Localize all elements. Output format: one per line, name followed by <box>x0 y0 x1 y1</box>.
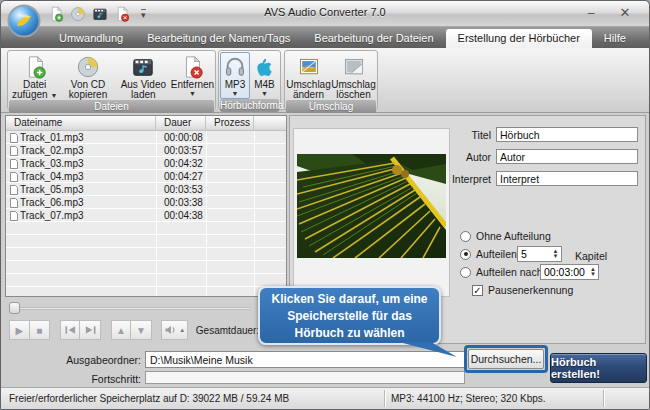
remove-file-icon <box>180 54 204 79</box>
cover-image <box>297 154 446 258</box>
table-row[interactable]: Track_01.mp3 00:00:08 <box>6 131 286 144</box>
spinner-down-icon: ▼ <box>550 254 561 259</box>
next-icon <box>84 325 97 335</box>
tab-erstellung-hoerbuecher[interactable]: Erstellung der Hörbücher <box>446 29 592 48</box>
file-name: Track_05.mp3 <box>20 184 156 195</box>
tooltip-line: Speicherstelle für das <box>260 308 439 325</box>
previous-track-button[interactable] <box>60 320 81 340</box>
format-m4b-button[interactable]: M4B ▼ <box>250 52 279 99</box>
file-name: Track_07.mp3 <box>20 210 156 221</box>
chapters-spinner[interactable]: 5 ▲▼ <box>517 246 562 262</box>
ribbon: Datei zufügen ▼ Von CD kopieren Aus Vide… <box>1 48 649 113</box>
remove-button[interactable]: Entfernen ▼ <box>171 52 214 100</box>
tooltip-callout: Klicken Sie darauf, um eine Speicherstel… <box>258 286 441 345</box>
table-row[interactable]: Track_06.mp3 00:03:38 <box>6 196 286 209</box>
app-logo-icon <box>7 4 41 38</box>
pause-detection-label: Pausenerkennung <box>488 284 573 296</box>
table-row[interactable]: Track_03.mp3 00:04:32 <box>6 157 286 170</box>
file-name: Track_06.mp3 <box>20 197 156 208</box>
spinner-arrows[interactable]: ▲▼ <box>588 265 598 279</box>
rip-cd-button[interactable]: Von CD kopieren <box>60 52 115 100</box>
cd-icon <box>76 54 100 79</box>
artist-field[interactable]: Interpret <box>496 171 638 186</box>
column-header-empty <box>254 116 286 130</box>
previous-icon <box>64 325 77 335</box>
author-field[interactable]: Autor <box>496 149 638 164</box>
tooltip-line: Hörbuch zu wählen <box>260 325 439 342</box>
move-up-button[interactable]: ▲ <box>111 320 132 340</box>
chapters-unit-label: Kapitel <box>575 250 607 262</box>
title-bar: ▾ AVS Audio Converter 7.0 – ✕ <box>1 1 649 27</box>
spinner-arrows[interactable]: ▲▼ <box>550 247 561 261</box>
format-mp3-button[interactable]: MP3 ▼ <box>220 52 250 99</box>
time-spinner[interactable]: 00:03:00 ▲▼ <box>540 264 599 280</box>
tab-hilfe[interactable]: Hilfe <box>592 29 638 48</box>
status-separator <box>384 390 385 407</box>
volume-popup-arrow-icon: ▲ <box>179 327 185 333</box>
file-duration: 00:04:27 <box>156 171 214 182</box>
status-bar: Freier/erforderlicher Speicherplatz auf … <box>1 387 649 409</box>
file-duration: 00:03:57 <box>156 145 214 156</box>
file-duration: 00:03:38 <box>156 197 214 208</box>
tab-bearbeitung-dateien[interactable]: Bearbeitung der Dateien <box>302 29 445 48</box>
picture-icon <box>298 54 320 79</box>
file-icon <box>6 172 20 182</box>
file-name: Track_03.mp3 <box>20 158 156 169</box>
group-dateien: Datei zufügen ▼ Von CD kopieren Aus Vide… <box>7 50 216 110</box>
picture-gray-icon <box>343 54 365 79</box>
window-title: AVS Audio Converter 7.0 <box>1 6 649 18</box>
table-row[interactable]: Track_07.mp3 00:04:38 <box>6 209 286 222</box>
file-icon <box>6 211 20 221</box>
radio-no-split[interactable]: Ohne Aufteilung <box>460 230 551 242</box>
file-duration: 00:04:38 <box>156 210 214 221</box>
column-header-prozess[interactable]: Prozess <box>206 116 254 130</box>
file-icon <box>6 146 20 156</box>
status-format-info: MP3: 44100 Hz; Stereo; 320 Kbps. <box>391 393 546 404</box>
table-row[interactable]: Track_04.mp3 00:04:27 <box>6 170 286 183</box>
progress-bar <box>145 371 465 384</box>
add-file-button[interactable]: Datei zufügen ▼ <box>9 52 60 100</box>
pause-detection-checkbox[interactable]: ✓ Pausenerkennung <box>472 284 573 296</box>
browse-button[interactable]: Durchsuchen... <box>468 349 544 369</box>
group-label-umschlag: Umschlag <box>286 100 376 113</box>
group-label-hoerbuchformate: Hörbuchformate <box>220 99 279 112</box>
load-video-button[interactable]: Aus Video laden <box>116 52 171 100</box>
tab-bearbeitung-namen-tags[interactable]: Bearbeitung der Namen/Tags <box>135 29 302 48</box>
change-cover-button[interactable]: Umschlag ändern <box>286 52 331 100</box>
play-button[interactable]: ▶ <box>9 320 30 340</box>
seek-bar: 00:00 <box>5 301 287 315</box>
close-button[interactable]: ✕ <box>613 4 637 22</box>
minimize-button[interactable]: – <box>579 4 603 22</box>
delete-cover-button[interactable]: Umschlag löschen <box>331 52 376 100</box>
file-duration: 00:04:32 <box>156 158 214 169</box>
group-umschlag: Umschlag ändern Umschlag löschen Umschla… <box>284 50 378 110</box>
seek-track[interactable] <box>11 307 251 310</box>
table-row[interactable]: Track_02.mp3 00:03:57 <box>6 144 286 157</box>
chevron-down-icon: ▼ <box>261 90 268 98</box>
file-duration: 00:03:53 <box>156 184 214 195</box>
next-track-button[interactable] <box>80 320 100 340</box>
create-audiobook-button[interactable]: Hörbuch erstellen! <box>550 353 647 383</box>
tab-umwandlung[interactable]: Umwandlung <box>47 29 135 48</box>
checkbox-checked-icon: ✓ <box>472 285 483 296</box>
ribbon-tab-bar: Umwandlung Bearbeitung der Namen/Tags Be… <box>1 27 649 48</box>
chevron-down-icon: ▼ <box>50 92 57 99</box>
total-duration-label: Gesamtdauer: <box>196 325 259 336</box>
column-header-dateiname[interactable]: Dateiname <box>6 116 156 130</box>
radio-no-split-label: Ohne Aufteilung <box>476 230 551 242</box>
file-name: Track_04.mp3 <box>20 171 156 182</box>
status-disk-space: Freier/erforderlicher Speicherplatz auf … <box>9 393 289 404</box>
chapters-value: 5 <box>518 247 550 261</box>
time-value: 00:03:00 <box>541 265 588 279</box>
stop-button[interactable]: ■ <box>30 320 50 340</box>
volume-button[interactable]: ▲ <box>161 320 187 340</box>
apple-icon <box>254 54 276 79</box>
column-header-dauer[interactable]: Dauer <box>156 116 206 130</box>
title-label: Titel <box>411 127 491 141</box>
move-down-button[interactable]: ▼ <box>131 320 151 340</box>
tooltip-line: Klicken Sie darauf, um eine <box>260 291 439 308</box>
seek-handle[interactable] <box>9 302 20 314</box>
table-row[interactable]: Track_05.mp3 00:03:53 <box>6 183 286 196</box>
title-field[interactable]: Hörbuch <box>496 127 638 142</box>
headphones-icon <box>224 54 246 79</box>
